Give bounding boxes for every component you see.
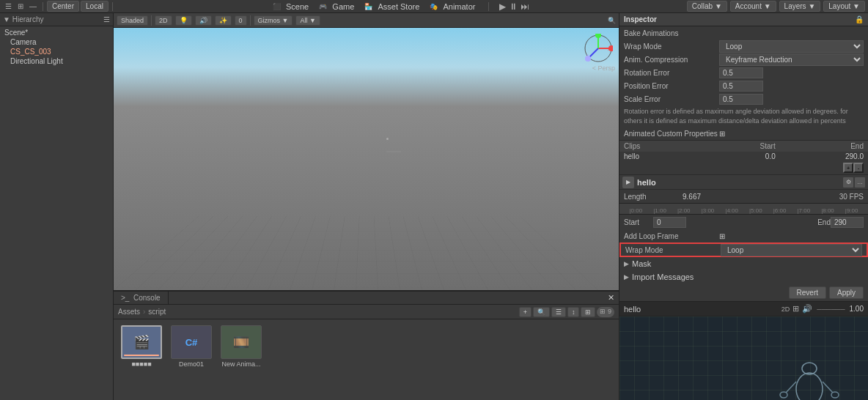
position-error-input[interactable] <box>719 81 763 92</box>
search-icon-btn[interactable]: 🔍 <box>533 307 550 317</box>
hello-more-icon[interactable]: … <box>855 177 865 188</box>
clip-name-0: hello <box>619 152 701 161</box>
layers-button[interactable]: Layers ▼ <box>779 1 821 12</box>
lighting-button[interactable]: 💡 <box>175 15 192 26</box>
pause-button[interactable]: ⏸ <box>509 1 518 12</box>
grid-overlay <box>114 216 619 290</box>
wrap-mode-inner-value[interactable]: Loop <box>721 244 862 256</box>
bottom-content: Assets › script + 🔍 ☰ ↕ ⊞ ⊞ 9 <box>114 305 619 400</box>
hierarchy-title: Hierarchy <box>12 15 44 23</box>
center-button[interactable]: Center <box>47 1 79 12</box>
hierarchy-collapse[interactable]: ▼ <box>3 15 10 23</box>
fx-button[interactable]: ✨ <box>215 15 232 26</box>
scene-gizmo[interactable]: X Y Z <box>584 34 613 63</box>
gizmos-button[interactable]: Gizmos ▼ <box>254 15 293 26</box>
wrap-mode-row[interactable]: Wrap Mode Loop <box>619 40 868 53</box>
end-input[interactable] <box>831 217 864 228</box>
animator-tab[interactable]: Animator <box>443 2 475 11</box>
mask-row[interactable]: ▶ Mask <box>619 257 868 270</box>
inspector-lock-icon[interactable]: 🔒 <box>855 15 864 23</box>
anim-compression-select[interactable]: Keyframe Reduction <box>719 53 864 66</box>
add-loop-frame-row[interactable]: Add Loop Frame ⊞ <box>619 229 868 242</box>
breadcrumb-script[interactable]: script <box>148 308 166 316</box>
import-messages-label: Import Messages <box>632 273 694 281</box>
console-tab[interactable]: >_ Console <box>114 292 169 305</box>
breadcrumb-assets[interactable]: Assets <box>118 308 140 316</box>
start-input[interactable] <box>653 217 686 228</box>
import-messages-row[interactable]: ▶ Import Messages <box>619 270 868 284</box>
hello-settings-icon[interactable]: ⚙ <box>843 177 853 188</box>
revert-button[interactable]: Revert <box>789 286 826 299</box>
wrap-mode-value[interactable]: Loop <box>719 40 864 53</box>
breadcrumb-sep: › <box>143 308 145 316</box>
collab-button[interactable]: Collab ▼ <box>687 1 727 12</box>
scene-tab[interactable]: Scene <box>286 2 309 11</box>
scene-num-button[interactable]: 0 <box>235 15 247 26</box>
asset-item-0[interactable]: 🎬 ■■■■■ <box>119 325 163 368</box>
play-button[interactable]: ▶ <box>499 1 506 12</box>
mark-1: |1:00 <box>648 207 672 214</box>
asset-item-1[interactable]: C# Demo01 <box>169 325 213 368</box>
scale-error-input[interactable] <box>719 94 763 105</box>
audio-button[interactable]: 🔊 <box>195 15 212 26</box>
position-error-label: Position Error <box>624 82 719 90</box>
hierarchy-item-light[interactable]: Directional Light <box>1 56 111 66</box>
center-panel: Shaded 2D 💡 🔊 ✨ 0 Gizmos ▼ All ▼ 🔍 <box>114 13 619 400</box>
anim-2d-label: 2D <box>781 305 790 313</box>
asset-item-2[interactable]: 🎞️ New Anima... <box>219 325 263 368</box>
wrap-mode-inner-select[interactable]: Loop <box>721 244 862 256</box>
create-button[interactable]: + <box>519 307 532 317</box>
asset-grid: 🎬 ■■■■■ C# Demo01 <box>114 319 619 374</box>
end-header: End <box>780 141 868 152</box>
end-label: End <box>809 218 831 226</box>
clip-row-0[interactable]: hello 0.0 290.0 <box>619 152 868 161</box>
add-loop-frame-check[interactable]: ⊞ <box>719 232 864 240</box>
anim-icon-btn-2[interactable]: 🔊 <box>802 304 812 314</box>
grid-view-button[interactable]: ⊞ <box>581 307 595 317</box>
scene-view[interactable]: X Y Z < Persp <box>114 28 619 290</box>
anim-compression-row[interactable]: Anim. Compression Keyframe Reduction <box>619 53 868 66</box>
rotation-error-input[interactable] <box>719 67 763 78</box>
mark-0: |0:00 <box>624 207 648 214</box>
main-area: ▼ Hierarchy ☰ Scene* Camera CS_CS_003 Di… <box>0 13 868 400</box>
asset-store-tab[interactable]: Asset Store <box>378 2 419 11</box>
apply-button[interactable]: Apply <box>829 286 864 299</box>
animated-custom-row[interactable]: Animated Custom Properties ⊞ <box>619 127 868 140</box>
clip-end-0: 290.0 <box>780 152 868 161</box>
list-view-button[interactable]: ☰ <box>551 307 566 317</box>
layout-button[interactable]: Layout ▼ <box>823 1 865 12</box>
separator <box>43 2 43 11</box>
add-clip-button[interactable]: + <box>843 163 853 173</box>
game-tab[interactable]: Game <box>332 2 354 11</box>
hierarchy-item-camera[interactable]: Camera <box>1 37 111 47</box>
hierarchy-item-scene[interactable]: Scene* <box>1 28 111 37</box>
gizmo-svg: X Y Z <box>584 34 613 63</box>
shaded-button[interactable]: Shaded <box>117 15 148 26</box>
asset-store-icon: 🏪 <box>364 3 372 10</box>
animated-custom-icon[interactable]: ⊞ <box>719 130 864 138</box>
timeline-ruler[interactable]: |0:00 |1:00 |2:00 |3:00 |4:00 |5:00 |6:0… <box>619 203 868 215</box>
hierarchy-item-cs003[interactable]: CS_CS_003 <box>1 47 111 56</box>
local-button[interactable]: Local <box>81 1 108 12</box>
mark-5: |5:00 <box>744 207 768 214</box>
asset-thumb-icon-1: C# <box>185 337 198 348</box>
2d-button[interactable]: 2D <box>155 15 172 26</box>
close-bottom-icon[interactable]: ✕ <box>608 293 619 303</box>
anim-icon-btn-1[interactable]: ⊞ <box>792 304 799 314</box>
svg-point-14 <box>780 392 787 398</box>
step-button[interactable]: ⏭ <box>521 1 529 12</box>
mark-2: |2:00 <box>672 207 696 214</box>
hierarchy-menu-icon[interactable]: ☰ <box>103 15 110 23</box>
all-button[interactable]: All ▼ <box>295 15 320 26</box>
wrap-mode-select[interactable]: Loop <box>719 40 864 53</box>
asset-thumb-icon-2: 🎞️ <box>233 334 249 350</box>
minimize-icon: — <box>27 2 39 10</box>
anim-compression-value[interactable]: Keyframe Reduction <box>719 53 864 66</box>
ruler-marks: |0:00 |1:00 |2:00 |3:00 |4:00 |5:00 |6:0… <box>619 204 868 214</box>
mask-arrow: ▶ <box>624 260 629 267</box>
preview-area[interactable]: ©SICTOR... <box>619 316 868 400</box>
wrap-mode-highlighted-row[interactable]: Wrap Mode Loop <box>619 242 868 257</box>
sort-button[interactable]: ↕ <box>567 307 580 317</box>
account-button[interactable]: Account ▼ <box>730 1 776 12</box>
remove-clip-button[interactable]: - <box>853 163 864 173</box>
